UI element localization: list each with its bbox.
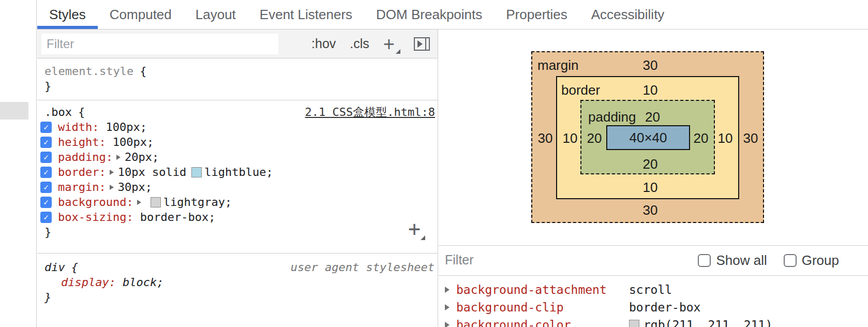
computed-property-value: border-box: [629, 301, 700, 314]
margin-label: margin: [537, 57, 578, 73]
property-value[interactable]: 20px;: [125, 150, 159, 165]
property-name[interactable]: background:: [58, 195, 133, 210]
close-brace: }: [37, 79, 438, 94]
styles-pane: :hov .cls + element.style{ } .box{ 2.1 C…: [37, 29, 438, 327]
css-property-row[interactable]: ✓ margin:30px;: [37, 180, 438, 195]
computed-pane: 40×40 margin 30 border 10 padding 20 30 …: [439, 29, 868, 327]
computed-property-name[interactable]: background-color: [456, 318, 629, 327]
property-value[interactable]: border-box;: [140, 210, 216, 225]
insert-declaration-button[interactable]: +: [408, 218, 425, 239]
disclosure-triangle-icon[interactable]: [445, 322, 450, 327]
disclosure-triangle-icon[interactable]: [445, 287, 450, 293]
element-style-section: element.style{ }: [37, 58, 438, 100]
element-style-selector[interactable]: element.style: [44, 65, 133, 78]
property-value[interactable]: 100px;: [113, 135, 154, 150]
property-name[interactable]: border:: [58, 165, 106, 180]
property-value: block;: [123, 276, 163, 289]
computed-property-row[interactable]: background-clip border-box: [439, 299, 868, 316]
expand-shorthand-icon[interactable]: [110, 170, 114, 175]
color-swatch[interactable]: [629, 320, 639, 327]
rule-selector: div: [44, 260, 65, 275]
property-value[interactable]: lightblue;: [204, 165, 273, 180]
tab-computed[interactable]: Computed: [98, 0, 184, 29]
new-style-rule-button[interactable]: +: [383, 36, 399, 52]
property-checkbox[interactable]: ✓: [40, 197, 52, 208]
property-value[interactable]: 10px solid: [118, 165, 186, 180]
color-swatch[interactable]: [151, 197, 161, 207]
tab-layout[interactable]: Layout: [184, 0, 248, 29]
property-name[interactable]: padding:: [58, 150, 113, 165]
color-swatch[interactable]: [191, 167, 202, 177]
element-classes-button[interactable]: .cls: [350, 36, 369, 51]
disclosure-triangle-icon[interactable]: [445, 304, 450, 310]
group-checkbox[interactable]: [784, 254, 797, 267]
content-size-label: 40×40: [629, 130, 667, 146]
css-property-row[interactable]: ✓ padding:20px;: [37, 150, 438, 165]
expand-shorthand-icon[interactable]: [137, 200, 141, 205]
property-checkbox[interactable]: ✓: [40, 122, 52, 133]
property-checkbox[interactable]: ✓: [40, 152, 52, 163]
box-rule-section: .box{ 2.1 CSS盒模型.html:8 ✓ width:100px; ✓…: [37, 100, 438, 254]
styles-filter-input[interactable]: [41, 34, 278, 54]
tab-styles[interactable]: Styles: [37, 0, 98, 29]
css-property-row[interactable]: ✓ box-sizing:border-box;: [37, 210, 438, 225]
property-name: display:: [61, 276, 116, 289]
expand-shorthand-icon[interactable]: [110, 185, 114, 190]
css-property-row[interactable]: ✓ height:100px;: [37, 135, 438, 150]
computed-property-value: rgb(211, 211, 211): [643, 318, 772, 327]
margin-top-value: 30: [643, 57, 658, 73]
padding-right-value: 20: [694, 130, 709, 146]
margin-bottom-value: 30: [643, 202, 658, 218]
tab-dom-breakpoints[interactable]: DOM Breakpoints: [364, 0, 494, 29]
margin-right-value: 30: [743, 130, 758, 146]
property-value[interactable]: lightgray;: [163, 195, 232, 210]
property-checkbox[interactable]: ✓: [40, 182, 52, 193]
elements-panel-edge: [0, 0, 37, 327]
property-name[interactable]: margin:: [58, 180, 106, 195]
toggle-element-state-button[interactable]: :hov: [311, 36, 336, 51]
css-property-row[interactable]: ✓ width:100px;: [37, 120, 438, 135]
styles-toolbar: :hov .cls +: [311, 36, 431, 52]
computed-filter-input[interactable]: [445, 252, 600, 267]
styles-filter-bar: :hov .cls +: [37, 29, 438, 58]
group-label[interactable]: Group: [802, 252, 839, 269]
css-property-row[interactable]: ✓ background:lightgray;: [37, 195, 438, 210]
border-top-value: 10: [643, 82, 658, 98]
computed-property-value: scroll: [629, 283, 672, 296]
property-name[interactable]: height:: [58, 135, 106, 150]
show-all-label[interactable]: Show all: [716, 252, 767, 269]
property-checkbox[interactable]: ✓: [40, 212, 52, 223]
close-brace: }: [37, 290, 438, 305]
tab-accessibility[interactable]: Accessibility: [579, 0, 677, 29]
property-value[interactable]: 30px;: [118, 180, 152, 195]
property-name[interactable]: width:: [58, 120, 99, 135]
property-name[interactable]: box-sizing:: [58, 210, 133, 225]
plus-icon: +: [383, 33, 395, 55]
open-brace: {: [71, 260, 78, 275]
padding-top-value: 20: [645, 109, 660, 125]
border-left-value: 10: [563, 130, 578, 146]
rule-selector[interactable]: .box: [44, 105, 72, 120]
dock-sidebar-icon[interactable]: [413, 36, 431, 52]
property-checkbox[interactable]: ✓: [40, 167, 52, 178]
computed-options: Show all Group: [698, 246, 839, 275]
box-model-content-rect: 40×40: [606, 125, 690, 150]
border-label: border: [561, 82, 600, 98]
property-value[interactable]: 100px;: [106, 120, 146, 135]
tab-event-listeners[interactable]: Event Listeners: [248, 0, 364, 29]
property-checkbox[interactable]: ✓: [40, 137, 52, 148]
selected-node-highlight: [0, 102, 28, 120]
tab-properties[interactable]: Properties: [494, 0, 579, 29]
css-property-row[interactable]: ✓ border:10px solidlightblue;: [37, 165, 438, 180]
computed-filter-bar: Show all Group: [439, 245, 868, 276]
computed-property-row[interactable]: background-attachment scroll: [439, 281, 868, 298]
computed-property-row[interactable]: background-color rgb(211, 211, 211): [439, 317, 868, 327]
padding-bottom-value: 20: [643, 156, 658, 172]
dropdown-corner-icon: [396, 49, 400, 54]
computed-property-name[interactable]: background-attachment: [456, 283, 629, 296]
border-bottom-value: 10: [643, 180, 658, 196]
expand-shorthand-icon[interactable]: [116, 155, 121, 160]
stylesheet-source-link[interactable]: 2.1 CSS盒模型.html:8: [305, 105, 435, 120]
computed-property-name[interactable]: background-clip: [456, 301, 629, 314]
show-all-checkbox[interactable]: [698, 254, 711, 267]
